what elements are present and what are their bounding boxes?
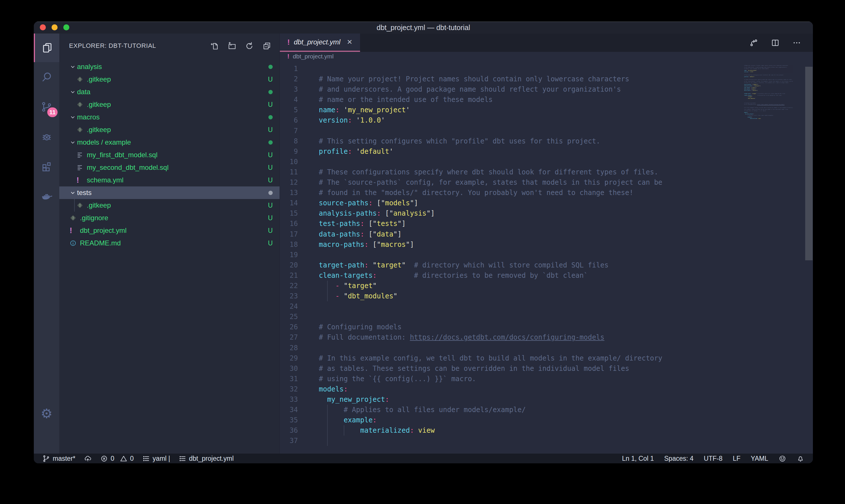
code-line-9[interactable]: 9profile: 'default': [280, 146, 813, 157]
linter-yaml-status[interactable]: yaml |: [142, 455, 170, 463]
maximize-traffic-light[interactable]: [63, 24, 69, 30]
code-lines[interactable]: 12# Name your project! Project names sho…: [280, 61, 813, 446]
tree-item-models-example[interactable]: models / example: [59, 136, 280, 149]
new-file-icon[interactable]: [210, 41, 219, 51]
code-line-23[interactable]: 23 - "dbt_modules": [280, 291, 813, 301]
activity-debug-button[interactable]: [34, 122, 59, 151]
code-line-12[interactable]: 12# The `source-paths` config, for examp…: [280, 177, 813, 187]
scrollbar-thumb[interactable]: [805, 67, 813, 260]
git-branch-status[interactable]: master*: [42, 455, 75, 463]
code-line-8[interactable]: 8# This setting configures which "profil…: [280, 136, 813, 146]
code-line-14[interactable]: 14source-paths: ["models"]: [280, 198, 813, 208]
breadcrumb[interactable]: ! dbt_project.yml: [280, 52, 813, 61]
code-line-2[interactable]: 2# Name your project! Project names shou…: [280, 74, 813, 84]
close-traffic-light[interactable]: [40, 24, 46, 30]
language-mode[interactable]: YAML: [751, 455, 768, 463]
activity-extensions-button[interactable]: [34, 151, 59, 181]
code-line-36[interactable]: 36 materialized: view: [280, 425, 813, 435]
tree-item-data[interactable]: data: [59, 86, 280, 98]
code-line-35[interactable]: 35 example:: [280, 415, 813, 425]
activity-search-button[interactable]: [34, 62, 59, 92]
line-number: 12: [280, 177, 298, 187]
readme-info-icon: [70, 240, 76, 247]
tree-item-analysis[interactable]: analysis: [59, 60, 280, 73]
git-status-dot: [268, 65, 273, 69]
refresh-icon[interactable]: [245, 41, 254, 51]
tree-item--gitkeep[interactable]: .gitkeepU: [59, 199, 280, 212]
code-line-30[interactable]: 30# as tables. These settings can be ove…: [280, 363, 813, 374]
more-actions-icon[interactable]: [792, 38, 802, 48]
eol-setting[interactable]: LF: [733, 455, 740, 463]
code-line-4[interactable]: 4# name or the intended use of these mod…: [280, 94, 813, 105]
tree-item-tests[interactable]: tests: [59, 186, 280, 199]
encoding-setting[interactable]: UTF-8: [704, 455, 722, 463]
code-line-25[interactable]: 25: [280, 311, 813, 322]
code-line-10[interactable]: 10: [280, 157, 813, 167]
debug-bug-icon: [41, 130, 53, 143]
new-folder-icon[interactable]: [227, 41, 237, 51]
indentation-setting[interactable]: Spaces: 4: [664, 455, 694, 463]
code-line-22[interactable]: 22 - "target": [280, 281, 813, 291]
code-line-19[interactable]: 19: [280, 250, 813, 260]
line-number: 10: [280, 157, 298, 167]
tree-item--gitignore[interactable]: .gitignoreU: [59, 212, 280, 224]
window-title: dbt_project.yml — dbt-tutorial: [377, 23, 470, 32]
list-selection-icon: [179, 455, 186, 463]
feedback-smiley-icon[interactable]: [778, 455, 786, 463]
code-line-26[interactable]: 26# Configuring models: [280, 322, 813, 332]
docker-whale-icon: [41, 190, 53, 202]
code-line-5[interactable]: 5name: 'my_new_project': [280, 105, 813, 115]
settings-gear-icon[interactable]: ⚙: [34, 399, 59, 428]
code-line-18[interactable]: 18macro-paths: ["macros"]: [280, 239, 813, 250]
problems-status[interactable]: 0 0: [100, 455, 134, 463]
line-number: 1: [280, 64, 298, 74]
tree-item-schema-yml[interactable]: !schema.ymlU: [59, 174, 280, 186]
code-line-32[interactable]: 32models:: [280, 384, 813, 394]
activity-docker-button[interactable]: [34, 181, 59, 211]
tree-item-macros[interactable]: macros: [59, 111, 280, 123]
open-changes-icon[interactable]: [749, 38, 758, 48]
sync-status[interactable]: [84, 455, 92, 463]
code-line-17[interactable]: 17data-paths: ["data"]: [280, 229, 813, 239]
code-editor[interactable]: 12# Name your project! Project names sho…: [280, 61, 813, 454]
code-line-3[interactable]: 3# and underscores. A good package name …: [280, 84, 813, 94]
cursor-position[interactable]: Ln 1, Col 1: [622, 455, 654, 463]
code-line-21[interactable]: 21clean-targets: # directories to be rem…: [280, 270, 813, 281]
code-line-31[interactable]: 31# using the `{{ config(...) }}` macro.: [280, 374, 813, 384]
tree-item--gitkeep[interactable]: .gitkeepU: [59, 98, 280, 111]
code-line-7[interactable]: 7: [280, 126, 813, 136]
code-line-15[interactable]: 15analysis-paths: ["analysis"]: [280, 208, 813, 218]
minimize-traffic-light[interactable]: [52, 24, 58, 30]
tab-dbt-project-yml[interactable]: ! dbt_project.yml ✕: [280, 34, 360, 52]
notifications-bell-icon[interactable]: [796, 455, 804, 463]
code-line-13[interactable]: 13# found in the "models/" directory. Yo…: [280, 187, 813, 198]
code-line-28[interactable]: 28: [280, 343, 813, 353]
code-line-27[interactable]: 27# Full documentation: https://docs.get…: [280, 332, 813, 342]
activity-explorer-button[interactable]: [34, 34, 59, 62]
code-line-37[interactable]: 37: [280, 435, 813, 446]
tree-item-dbt-project-yml[interactable]: !dbt_project.ymlU: [59, 224, 280, 237]
code-line-24[interactable]: 24: [280, 301, 813, 311]
code-line-1[interactable]: 1: [280, 64, 813, 74]
activity-source-control-button[interactable]: 11: [34, 92, 59, 122]
code-line-20[interactable]: 20target-path: "target" # directory whic…: [280, 260, 813, 270]
title-bar[interactable]: dbt_project.yml — dbt-tutorial: [34, 21, 813, 34]
tree-item-my-second-dbt-model-sql[interactable]: my_second_dbt_model.sqlU: [59, 161, 280, 174]
file-tree: analysis.gitkeepUdata.gitkeepUmacros.git…: [59, 60, 280, 249]
code-line-6[interactable]: 6version: '1.0.0': [280, 115, 813, 125]
code-line-33[interactable]: 33 my_new_project:: [280, 394, 813, 404]
code-line-11[interactable]: 11# These configurations specify where d…: [280, 167, 813, 177]
tree-item-my-first-dbt-model-sql[interactable]: my_first_dbt_model.sqlU: [59, 149, 280, 161]
collapse-all-icon[interactable]: [262, 41, 272, 51]
split-editor-icon[interactable]: [771, 38, 780, 48]
code-line-29[interactable]: 29# In this example config, we tell dbt …: [280, 353, 813, 363]
tab-close-icon[interactable]: ✕: [347, 38, 352, 46]
minimap[interactable]: 12# Name your project! Project names sho…: [743, 64, 805, 121]
tree-item--gitkeep[interactable]: .gitkeepU: [59, 73, 280, 86]
code-line-34[interactable]: 34 # Applies to all files under models/e…: [280, 404, 813, 415]
linter-file-status[interactable]: dbt_project.yml: [179, 455, 234, 463]
breadcrumb-file[interactable]: dbt_project.yml: [293, 53, 334, 60]
tree-item-readme-md[interactable]: README.mdU: [59, 237, 280, 249]
code-line-16[interactable]: 16test-paths: ["tests"]: [280, 218, 813, 229]
tree-item--gitkeep[interactable]: .gitkeepU: [59, 123, 280, 136]
